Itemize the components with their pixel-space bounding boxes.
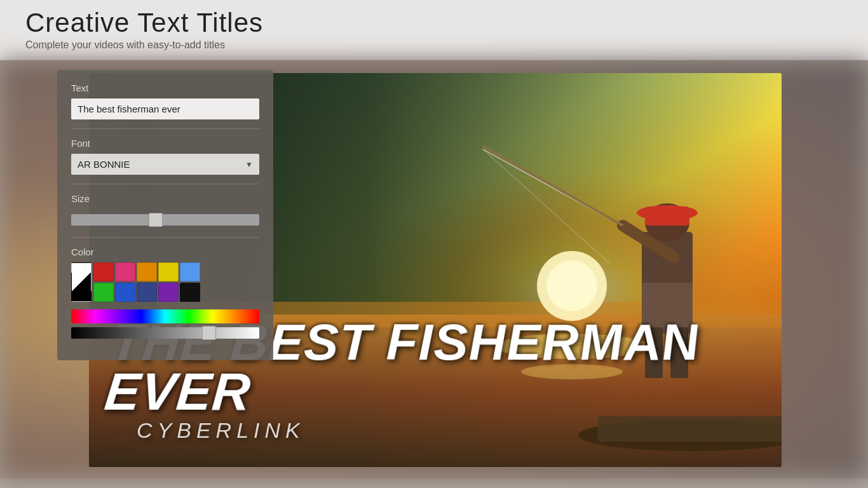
color-swatch-red[interactable] [93, 262, 114, 281]
app-title: Creative Text Titles [25, 8, 843, 38]
color-grid [93, 262, 200, 302]
font-section-label: Font [71, 138, 259, 149]
svg-rect-12 [597, 416, 782, 442]
color-swatch-orange[interactable] [137, 262, 157, 281]
preview-subtitle-text: CYBERLINK [137, 418, 305, 443]
color-swatch-pink[interactable] [115, 262, 135, 281]
main-area: THE BEST FISHERMAN EVER CYBERLINK Text F… [0, 60, 868, 478]
color-section-label: Color [71, 247, 259, 257]
divider-1 [71, 128, 259, 129]
svg-point-8 [546, 261, 597, 311]
brightness-slider[interactable] [71, 327, 259, 339]
color-swatch-yellow[interactable] [158, 262, 179, 281]
color-swatch-green[interactable] [93, 283, 114, 302]
divider-2 [71, 184, 259, 184]
size-section-label: Size [71, 193, 259, 204]
app-header: Creative Text Titles Complete your video… [0, 0, 868, 60]
font-select-wrapper: AR BONNIE Arial Times New Roman Verdana … [71, 154, 259, 175]
color-spectrum-slider[interactable] [71, 309, 259, 323]
color-swatch-purple[interactable] [158, 283, 179, 302]
control-panel: Text Font AR BONNIE Arial Times New Roma… [57, 70, 273, 360]
font-dropdown[interactable]: AR BONNIE Arial Times New Roman Verdana … [71, 154, 259, 175]
color-swatches-container [71, 262, 259, 302]
bw-swatch[interactable] [71, 262, 92, 302]
color-swatch-navy[interactable] [137, 283, 157, 302]
svg-rect-18 [645, 207, 689, 226]
divider-3 [71, 237, 259, 238]
text-section-label: Text [71, 83, 259, 93]
text-input[interactable] [71, 98, 259, 119]
size-slider[interactable] [71, 214, 259, 226]
color-swatch-light-blue[interactable] [180, 262, 200, 281]
app-subtitle: Complete your videos with easy-to-add ti… [25, 39, 843, 51]
color-swatch-blue[interactable] [115, 283, 135, 302]
color-swatch-black[interactable] [180, 283, 200, 302]
